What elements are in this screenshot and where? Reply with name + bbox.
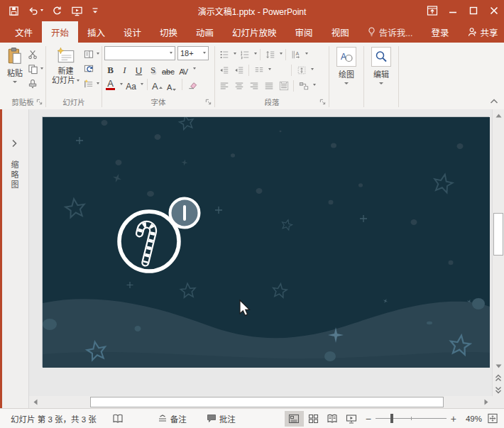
columns-dropdown[interactable] <box>268 68 271 72</box>
vertical-scroll-track[interactable] <box>493 121 504 360</box>
slide-sorter-view-button[interactable] <box>304 411 323 427</box>
copy-dropdown[interactable] <box>40 67 43 71</box>
reading-view-button[interactable] <box>323 411 342 427</box>
tab-review[interactable]: 审阅 <box>286 21 322 43</box>
bold-button[interactable]: B <box>104 62 116 76</box>
zoom-in-button[interactable]: + <box>451 414 456 424</box>
align-right-button[interactable] <box>247 79 261 92</box>
align-text-dropdown[interactable] <box>311 68 314 72</box>
scroll-down-button[interactable] <box>493 360 504 372</box>
expand-pane-chevron-icon[interactable] <box>11 139 17 148</box>
layout-dropdown[interactable] <box>97 53 99 56</box>
strikethrough-button[interactable]: abc <box>161 62 175 76</box>
zoom-out-button[interactable]: − <box>366 414 371 424</box>
slideshow-view-button[interactable] <box>342 411 361 427</box>
font-color-button[interactable]: A <box>104 77 116 92</box>
paragraph-dialog-launcher[interactable] <box>319 98 326 106</box>
distribute-text-button[interactable] <box>277 79 290 92</box>
undo-dropdown[interactable] <box>40 9 43 13</box>
font-name-dropdown[interactable] <box>170 52 172 55</box>
text-shadow-button[interactable]: S <box>147 62 159 76</box>
font-color-dropdown[interactable] <box>120 83 123 87</box>
align-left-button[interactable] <box>217 79 231 92</box>
format-painter-button[interactable] <box>28 78 43 89</box>
grow-font-button[interactable]: A <box>151 77 164 92</box>
tab-design[interactable]: 设计 <box>114 21 150 43</box>
horizontal-scroll-thumb[interactable] <box>90 397 444 407</box>
new-slide-dropdown[interactable] <box>77 79 80 83</box>
reset-slide-button[interactable] <box>83 63 99 75</box>
close-button[interactable] <box>483 0 504 21</box>
zoom-slider-thumb[interactable] <box>390 414 393 423</box>
paste-button[interactable]: 粘贴 <box>2 44 28 85</box>
shrink-font-button[interactable]: A <box>166 77 178 92</box>
drawing-group-button[interactable]: A 绘图 <box>332 44 361 87</box>
tab-slideshow[interactable]: 幻灯片放映 <box>223 21 286 43</box>
font-name-combobox[interactable] <box>104 46 175 60</box>
convert-smartart-dropdown[interactable] <box>313 84 316 87</box>
convert-smartart-button[interactable] <box>297 79 310 92</box>
maximize-button[interactable] <box>463 0 483 21</box>
line-spacing-button[interactable] <box>263 48 277 61</box>
paste-dropdown[interactable] <box>13 81 17 85</box>
new-slide-button[interactable]: 新建 幻灯片 <box>48 44 83 85</box>
save-button[interactable] <box>6 2 22 19</box>
customize-qat-button[interactable] <box>89 2 102 19</box>
line-spacing-dropdown[interactable] <box>280 53 283 56</box>
clear-formatting-button[interactable] <box>186 78 199 91</box>
tab-home[interactable]: 开始 <box>42 21 78 43</box>
font-size-combobox[interactable]: 18+ <box>177 46 209 60</box>
font-dialog-launcher[interactable] <box>205 98 212 106</box>
editing-group-button[interactable]: 编辑 <box>366 44 396 87</box>
repeat-button[interactable] <box>49 2 65 19</box>
minimize-button[interactable] <box>442 0 463 21</box>
bullets-dropdown[interactable] <box>234 53 236 56</box>
columns-button[interactable] <box>252 64 265 77</box>
copy-button[interactable] <box>28 63 43 75</box>
collapse-ribbon-button[interactable] <box>490 97 498 106</box>
proofing-status-button[interactable] <box>107 409 128 428</box>
clipboard-dialog-launcher[interactable] <box>36 98 43 106</box>
tab-insert[interactable]: 插入 <box>78 21 114 43</box>
scroll-up-button[interactable] <box>493 109 504 121</box>
zoom-level[interactable]: 49% <box>461 415 482 423</box>
horizontal-scrollbar[interactable] <box>0 396 504 408</box>
editing-dropdown[interactable] <box>379 82 383 87</box>
layout-button[interactable] <box>83 48 99 60</box>
section-dropdown[interactable] <box>97 82 99 86</box>
text-direction-button[interactable]: A <box>289 48 302 61</box>
change-case-button[interactable]: Aa <box>125 77 137 92</box>
previous-slide-button[interactable] <box>493 372 504 384</box>
underline-button[interactable]: U <box>133 62 145 76</box>
tab-animations[interactable]: 动画 <box>187 21 223 43</box>
horizontal-scroll-track[interactable] <box>41 396 480 408</box>
scroll-right-button[interactable] <box>480 396 492 408</box>
undo-button[interactable] <box>25 2 46 19</box>
tab-view[interactable]: 视图 <box>322 21 358 43</box>
character-spacing-button[interactable]: AV <box>177 62 190 76</box>
italic-button[interactable]: I <box>119 62 131 76</box>
normal-view-button[interactable] <box>285 411 304 427</box>
character-spacing-dropdown[interactable] <box>193 67 196 71</box>
tab-transitions[interactable]: 切换 <box>150 21 187 43</box>
cut-button[interactable] <box>28 48 43 60</box>
tab-file[interactable]: 文件 <box>6 21 42 43</box>
section-button[interactable] <box>83 78 99 89</box>
font-size-dropdown[interactable] <box>203 52 206 55</box>
slide-number-indicator[interactable]: 幻灯片 第 3 张，共 3 张 <box>6 409 102 428</box>
increase-indent-button[interactable] <box>232 64 246 77</box>
vertical-scroll-thumb[interactable] <box>493 213 503 256</box>
notes-button[interactable]: 备注 <box>153 409 192 428</box>
slide-canvas[interactable] <box>29 109 492 396</box>
fit-slide-to-window-button[interactable] <box>482 409 498 428</box>
share-button[interactable]: 共享 <box>459 21 504 43</box>
sign-in-button[interactable]: 登录 <box>422 21 459 43</box>
bullets-button[interactable] <box>217 48 231 61</box>
numbering-dropdown[interactable] <box>254 53 257 56</box>
change-case-dropdown[interactable] <box>141 83 143 87</box>
thumbnail-pane-collapsed[interactable]: 缩略图 <box>0 109 29 396</box>
start-slideshow-button[interactable] <box>68 2 86 19</box>
slide[interactable] <box>42 116 489 367</box>
drawing-dropdown[interactable] <box>344 82 349 87</box>
zoom-slider[interactable] <box>376 418 447 419</box>
